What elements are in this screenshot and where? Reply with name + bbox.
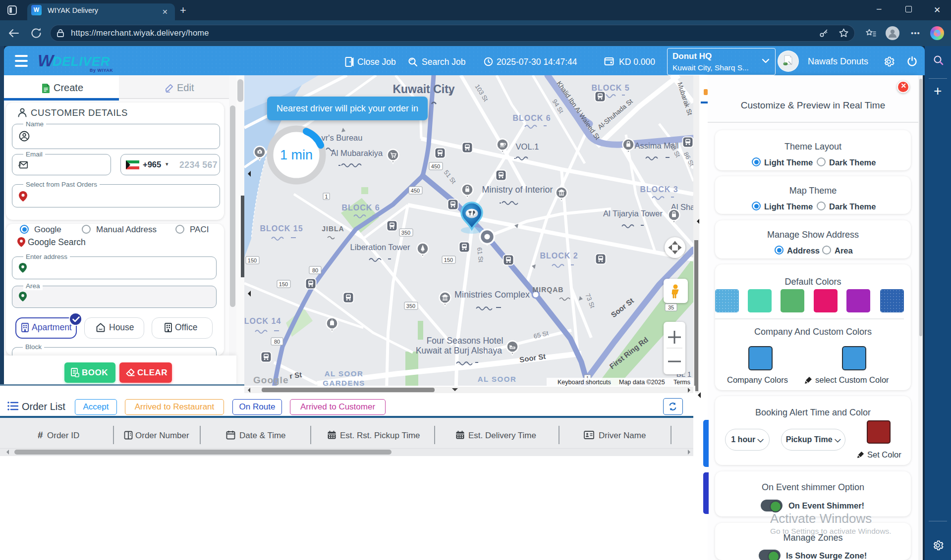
- svg-text:450: 450: [411, 188, 420, 194]
- svg-text:BLOCK 6: BLOCK 6: [341, 204, 380, 212]
- svg-text:35: 35: [668, 305, 674, 310]
- svg-text:450: 450: [431, 163, 440, 169]
- svg-text:Al Mubarakiya: Al Mubarakiya: [331, 149, 383, 157]
- svg-text:AL SOOR: AL SOOR: [478, 375, 517, 383]
- svg-text:Ministries Complex: Ministries Complex: [454, 290, 530, 300]
- svg-text:350: 350: [401, 230, 410, 236]
- svg-text:Kuwait City: Kuwait City: [392, 83, 454, 96]
- svg-text:Liberation Tower: Liberation Tower: [350, 243, 410, 252]
- svg-text:Keyboard shortcuts: Keyboard shortcuts: [558, 379, 611, 386]
- svg-text:Map data ©2025: Map data ©2025: [619, 379, 665, 386]
- svg-text:80: 80: [312, 267, 318, 273]
- svg-text:150: 150: [444, 257, 453, 263]
- svg-text:BLOCK 6: BLOCK 6: [512, 114, 551, 122]
- svg-text:JIBLA: JIBLA: [322, 225, 344, 233]
- svg-text:r St: r St: [289, 370, 302, 380]
- svg-text:vr's Bureau: vr's Bureau: [322, 133, 363, 142]
- svg-text:MIRQAB: MIRQAB: [533, 286, 564, 294]
- svg-text:Terms: Terms: [673, 379, 690, 386]
- svg-text:150: 150: [248, 257, 257, 263]
- svg-text:Ministry of Interior: Ministry of Interior: [482, 185, 553, 195]
- svg-text:BLOCK 15: BLOCK 15: [260, 224, 303, 233]
- svg-text:1: 1: [325, 194, 328, 200]
- svg-text:61 St: 61 St: [476, 247, 485, 263]
- svg-text:BLOCK 5: BLOCK 5: [591, 84, 629, 92]
- svg-text:BLOCK 3: BLOCK 3: [640, 185, 678, 194]
- svg-text:Al Tijaryia Tower: Al Tijaryia Tower: [603, 209, 663, 218]
- svg-text:VOL.1: VOL.1: [516, 142, 539, 151]
- svg-text:150: 150: [279, 281, 288, 287]
- svg-text:AL SOOR: AL SOOR: [325, 369, 364, 378]
- svg-text:Google: Google: [253, 375, 288, 385]
- svg-text:80: 80: [274, 339, 280, 345]
- svg-text:Kuwait at Burj Alshaya: Kuwait at Burj Alshaya: [416, 346, 502, 356]
- svg-text:LOCK 14: LOCK 14: [244, 317, 281, 325]
- svg-text:350: 350: [406, 303, 415, 309]
- svg-text:Four Seasons Hotel: Four Seasons Hotel: [427, 336, 503, 346]
- svg-text:1 min: 1 min: [280, 148, 313, 162]
- svg-text:BLOCK 2: BLOCK 2: [540, 252, 578, 260]
